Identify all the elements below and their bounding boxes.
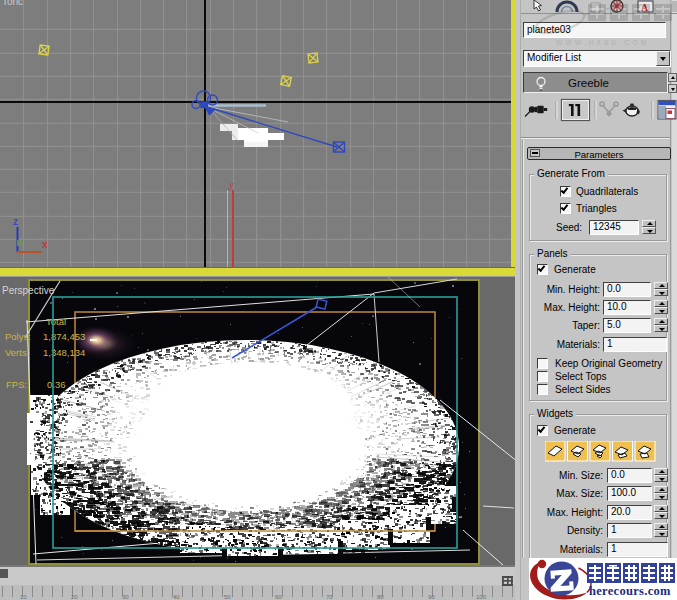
svg-text:Verts:: Verts: [5,347,29,358]
svg-text:1,874,453: 1,874,453 [43,331,85,342]
svg-text:x: x [42,239,48,250]
svg-text:Toric: Toric [2,0,23,7]
svg-text:Perspective: Perspective [2,285,55,296]
svg-text:y: y [228,178,234,190]
svg-text:Total: Total [46,316,66,327]
svg-text:FPS:: FPS: [6,379,27,390]
svg-text:Polys:: Polys: [5,331,31,342]
svg-text:A: A [641,2,649,13]
svg-text:z: z [13,216,18,227]
svg-text:0.36: 0.36 [47,379,66,390]
svg-text:herecours.com: herecours.com [589,584,671,598]
svg-text:1,348,134: 1,348,134 [43,347,85,358]
